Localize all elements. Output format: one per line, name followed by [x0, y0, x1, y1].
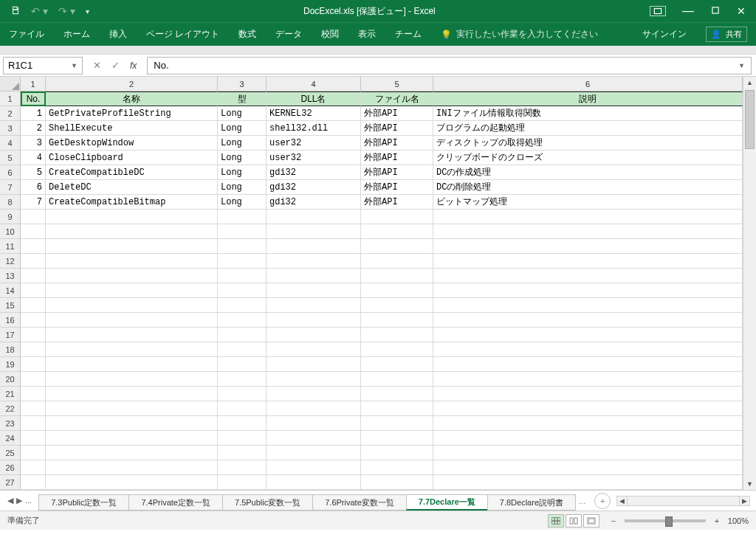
cell[interactable]: [267, 475, 361, 490]
cell[interactable]: [46, 401, 218, 416]
cell[interactable]: 2: [21, 121, 46, 136]
cell[interactable]: [21, 416, 46, 431]
row-header[interactable]: 23: [0, 416, 20, 431]
cell[interactable]: [361, 210, 433, 224]
cell[interactable]: [267, 416, 361, 431]
row-header[interactable]: 27: [0, 475, 20, 490]
cell[interactable]: [218, 224, 267, 239]
zoom-level[interactable]: 100%: [728, 516, 749, 525]
chevron-down-icon[interactable]: ▼: [738, 62, 745, 69]
row-header[interactable]: 13: [0, 269, 20, 283]
cell[interactable]: KERNEL32: [267, 106, 361, 121]
qat-customize-icon[interactable]: ▾: [86, 7, 89, 15]
cell[interactable]: 外部API: [361, 180, 433, 195]
row-header[interactable]: 2: [0, 106, 20, 121]
cell[interactable]: [21, 328, 46, 342]
col-header[interactable]: 2: [46, 77, 218, 91]
row-header[interactable]: 25: [0, 446, 20, 460]
cell[interactable]: [21, 401, 46, 416]
row-header[interactable]: 12: [0, 254, 20, 269]
cell[interactable]: gdi32: [267, 180, 361, 195]
cell[interactable]: [361, 446, 433, 460]
cell[interactable]: [267, 357, 361, 372]
tab-data[interactable]: データ: [275, 28, 302, 41]
cell[interactable]: [218, 269, 267, 283]
cell[interactable]: [361, 342, 433, 357]
cell[interactable]: CreateCompatibleDC: [46, 165, 218, 180]
row-header[interactable]: 1: [0, 91, 20, 106]
cell[interactable]: [267, 298, 361, 313]
cell[interactable]: 外部API: [361, 136, 433, 151]
cell[interactable]: [433, 224, 743, 239]
cell[interactable]: [361, 431, 433, 446]
cell[interactable]: CreateCompatibleBitmap: [46, 195, 218, 210]
cell[interactable]: CloseClipboard: [46, 151, 218, 165]
scroll-right-icon[interactable]: ▶: [739, 497, 749, 505]
normal-view-icon[interactable]: [548, 514, 564, 528]
cell[interactable]: [218, 460, 267, 475]
cell[interactable]: [433, 269, 743, 283]
row-header[interactable]: 17: [0, 328, 20, 342]
cell[interactable]: [218, 431, 267, 446]
cell[interactable]: [21, 431, 46, 446]
cell[interactable]: [433, 416, 743, 431]
cancel-icon[interactable]: ✕: [93, 60, 101, 71]
cell[interactable]: [46, 298, 218, 313]
vertical-scrollbar[interactable]: ▲ ▼: [743, 77, 756, 490]
cell[interactable]: [21, 475, 46, 490]
fx-icon[interactable]: fx: [130, 60, 137, 71]
cell[interactable]: [46, 357, 218, 372]
tab-file[interactable]: ファイル: [9, 28, 44, 41]
cell[interactable]: Long: [218, 165, 267, 180]
cell[interactable]: gdi32: [267, 195, 361, 210]
row-header[interactable]: 10: [0, 224, 20, 239]
sheet-tab[interactable]: 7.5Public変数一覧: [222, 494, 313, 511]
sheet-tab[interactable]: 7.8Declare説明書: [487, 494, 576, 511]
col-header[interactable]: 4: [267, 77, 361, 91]
cell[interactable]: [218, 328, 267, 342]
cell[interactable]: ビットマップ処理: [433, 195, 743, 210]
header-cell[interactable]: No.: [21, 91, 46, 106]
cell[interactable]: [218, 357, 267, 372]
cell[interactable]: Long: [218, 180, 267, 195]
cell[interactable]: [433, 328, 743, 342]
cell[interactable]: [46, 446, 218, 460]
cell[interactable]: [433, 254, 743, 269]
cell[interactable]: [21, 210, 46, 224]
cell[interactable]: [21, 298, 46, 313]
cell[interactable]: [361, 416, 433, 431]
cell[interactable]: [433, 431, 743, 446]
header-cell[interactable]: 説明: [433, 91, 743, 106]
cell[interactable]: 外部API: [361, 165, 433, 180]
cell[interactable]: [21, 342, 46, 357]
cell[interactable]: [46, 313, 218, 328]
sheet-tab[interactable]: 7.3Public定数一覧: [38, 494, 129, 511]
cell[interactable]: [433, 401, 743, 416]
tab-team[interactable]: チーム: [395, 28, 422, 41]
cell[interactable]: [46, 387, 218, 401]
cell[interactable]: [21, 460, 46, 475]
cell[interactable]: [46, 210, 218, 224]
cell[interactable]: DeleteDC: [46, 180, 218, 195]
col-header[interactable]: 5: [361, 77, 433, 91]
name-box[interactable]: R1C1 ▼: [3, 57, 83, 75]
cell[interactable]: [361, 313, 433, 328]
cell[interactable]: [218, 342, 267, 357]
tab-insert[interactable]: 挿入: [109, 28, 127, 41]
cell[interactable]: [218, 298, 267, 313]
cell[interactable]: GetPrivateProfileString: [46, 106, 218, 121]
maximize-icon[interactable]: [710, 5, 721, 18]
header-cell[interactable]: 型: [218, 91, 267, 106]
cell[interactable]: [433, 239, 743, 254]
cell[interactable]: [46, 460, 218, 475]
cell[interactable]: [267, 446, 361, 460]
cell[interactable]: [267, 431, 361, 446]
cell[interactable]: DCの削除処理: [433, 180, 743, 195]
cell[interactable]: [21, 446, 46, 460]
cell[interactable]: user32: [267, 151, 361, 165]
cell[interactable]: [46, 372, 218, 387]
cell[interactable]: Long: [218, 106, 267, 121]
cell[interactable]: [267, 254, 361, 269]
cell[interactable]: [218, 283, 267, 298]
cell[interactable]: [46, 254, 218, 269]
